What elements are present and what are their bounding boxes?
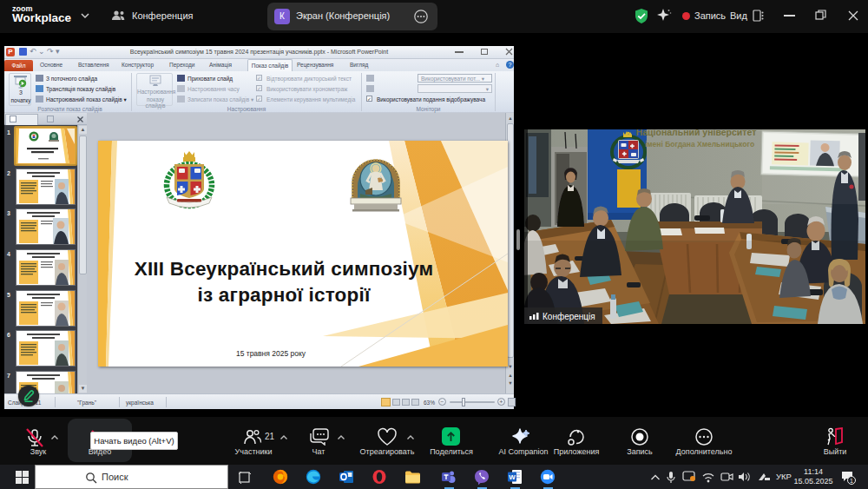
- svg-text:W: W: [509, 473, 516, 481]
- svg-text:імені Богдана Хмельницького: імені Богдана Хмельницького: [645, 140, 754, 149]
- svg-text:1: 1: [850, 478, 853, 484]
- svg-text:Конференція: Конференція: [542, 312, 595, 321]
- svg-text:Національний університет: Національний університет: [636, 129, 757, 137]
